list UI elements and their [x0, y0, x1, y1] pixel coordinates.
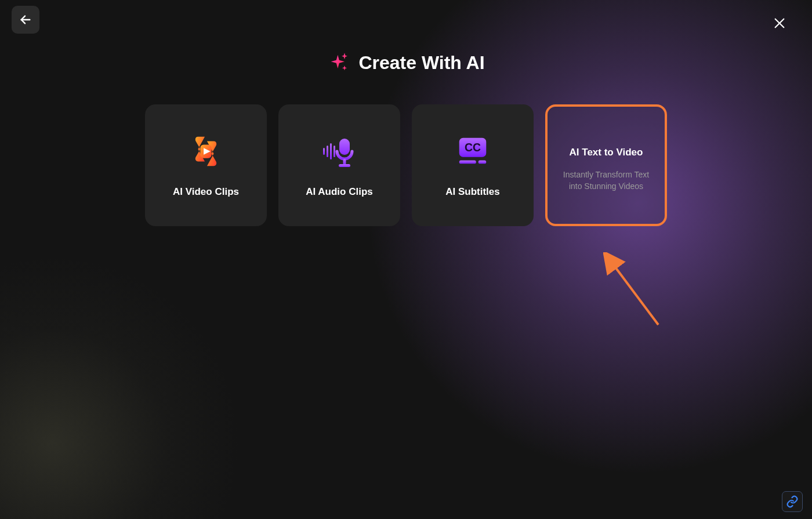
background-glow-olive	[0, 241, 255, 519]
video-clips-icon	[187, 133, 224, 170]
card-ai-video-clips[interactable]: AI Video Clips	[145, 104, 267, 226]
card-title: AI Audio Clips	[306, 186, 373, 198]
card-title: AI Text to Video	[570, 147, 643, 158]
svg-line-15	[614, 265, 658, 325]
svg-rect-7	[334, 146, 335, 157]
svg-text:CC: CC	[465, 141, 481, 154]
extension-badge[interactable]	[782, 491, 803, 512]
annotation-arrow	[603, 252, 673, 333]
svg-rect-6	[330, 143, 332, 159]
svg-rect-14	[478, 161, 487, 164]
card-title: AI Video Clips	[173, 186, 239, 198]
link-icon	[786, 495, 799, 508]
page-header: Create With AI	[0, 51, 812, 74]
arrow-left-icon	[19, 13, 32, 26]
card-ai-subtitles[interactable]: CC AI Subtitles	[412, 104, 534, 226]
close-button[interactable]	[773, 16, 786, 30]
card-title: AI Subtitles	[445, 186, 500, 198]
card-subtitle: Instantly Transform Text into Stunning V…	[548, 169, 665, 193]
svg-rect-4	[323, 148, 325, 155]
svg-rect-10	[339, 164, 350, 167]
back-button[interactable]	[12, 6, 39, 34]
sparkle-icon	[327, 51, 350, 74]
card-ai-text-to-video[interactable]: AI Text to Video Instantly Transform Tex…	[545, 104, 667, 226]
svg-rect-8	[339, 139, 350, 155]
background-glow-purple	[319, 0, 812, 519]
close-icon	[773, 17, 786, 30]
svg-rect-5	[327, 146, 328, 157]
svg-rect-9	[343, 159, 346, 165]
card-ai-audio-clips[interactable]: AI Audio Clips	[278, 104, 400, 226]
subtitles-icon: CC	[454, 133, 491, 170]
audio-clips-icon	[321, 133, 358, 170]
page-title: Create With AI	[358, 52, 484, 74]
svg-rect-13	[459, 161, 476, 164]
feature-cards: AI Video Clips	[145, 104, 667, 226]
